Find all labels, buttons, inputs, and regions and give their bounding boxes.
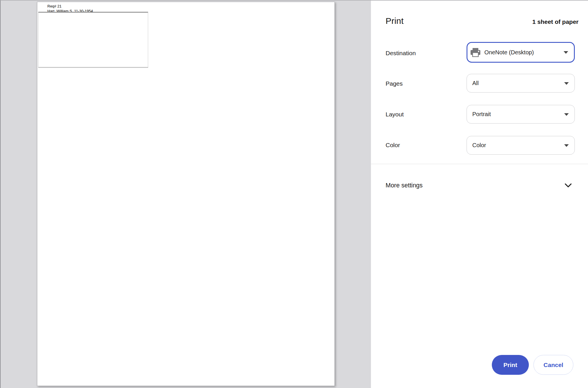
caret-down-icon: [564, 51, 568, 54]
sheet-count: 1 sheet of paper: [532, 18, 579, 25]
print-settings-panel: Print 1 sheet of paper Destination OneNo…: [371, 0, 588, 388]
destination-value: OneNote (Desktop): [481, 49, 534, 56]
color-value: Color: [467, 142, 486, 149]
print-preview-area: Req# 21 Hart, William S. 11-30-1954: [0, 0, 371, 388]
layout-label: Layout: [386, 111, 404, 118]
printer-icon: [470, 48, 481, 57]
more-settings-toggle[interactable]: More settings: [386, 179, 572, 192]
caret-down-icon: [564, 113, 569, 116]
more-settings-label: More settings: [386, 182, 423, 189]
pages-label: Pages: [386, 80, 403, 87]
print-button[interactable]: Print: [492, 355, 529, 375]
chevron-down-icon: [565, 183, 572, 188]
destination-select[interactable]: OneNote (Desktop): [467, 42, 575, 63]
caret-down-icon: [564, 144, 569, 147]
panel-header: Print 1 sheet of paper: [386, 16, 579, 26]
pages-select[interactable]: All: [467, 74, 575, 93]
destination-label: Destination: [386, 49, 416, 57]
print-dialog: Req# 21 Hart, William S. 11-30-1954 Prin…: [0, 0, 588, 388]
pages-value: All: [467, 80, 479, 87]
preview-page: Req# 21 Hart, William S. 11-30-1954: [37, 2, 335, 386]
dialog-title: Print: [386, 16, 404, 26]
color-select[interactable]: Color: [467, 136, 575, 155]
settings-divider: [371, 164, 588, 164]
document-line-req: Req# 21: [47, 4, 93, 9]
layout-value: Portrait: [467, 111, 491, 118]
document-empty-frame: [38, 12, 148, 67]
caret-down-icon: [564, 82, 569, 85]
cancel-button[interactable]: Cancel: [533, 355, 573, 375]
layout-select[interactable]: Portrait: [467, 105, 575, 124]
color-label: Color: [386, 141, 400, 149]
